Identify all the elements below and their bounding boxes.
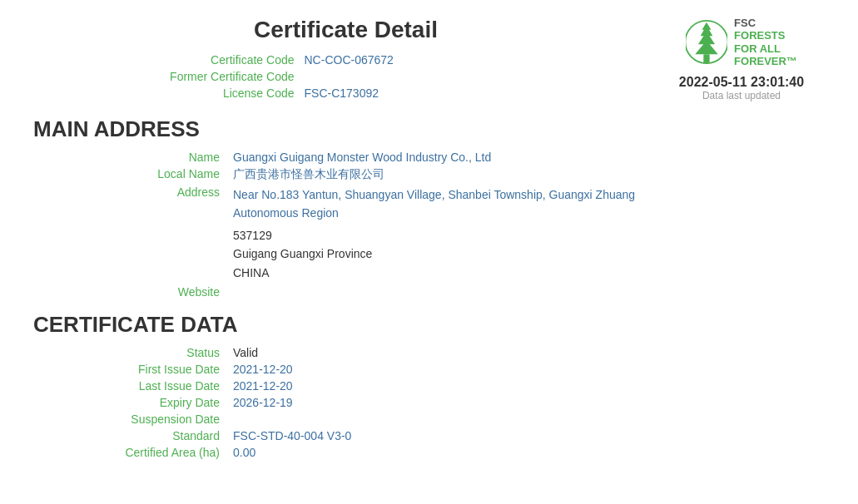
expiry-date-value: 2026-12-19 bbox=[233, 396, 825, 409]
address-label: Address bbox=[33, 185, 233, 199]
suspension-date-label: Suspension Date bbox=[33, 413, 233, 426]
data-last-updated-label: Data last updated bbox=[679, 90, 804, 101]
name-row: Name Guangxi Guigang Monster Wood Indust… bbox=[33, 151, 825, 164]
main-address-table: Name Guangxi Guigang Monster Wood Indust… bbox=[33, 151, 825, 299]
name-value: Guangxi Guigang Monster Wood Industry Co… bbox=[233, 151, 825, 164]
address-value: Near No.183 Yantun, Shuangyan Village, S… bbox=[233, 185, 825, 223]
certificate-code-label: Certificate Code bbox=[138, 53, 305, 67]
former-certificate-code-label: Former Certificate Code bbox=[138, 70, 305, 83]
first-issue-date-row: First Issue Date 2021-12-20 bbox=[33, 363, 825, 376]
expiry-date-label: Expiry Date bbox=[33, 396, 233, 409]
main-address-title: MAIN ADDRESS bbox=[33, 116, 825, 142]
last-issue-date-label: Last Issue Date bbox=[33, 379, 233, 393]
status-label: Status bbox=[33, 346, 233, 359]
website-label: Website bbox=[33, 285, 233, 299]
svg-rect-0 bbox=[703, 55, 709, 64]
page-title: Certificate Detail bbox=[33, 17, 658, 43]
address-row: Address Near No.183 Yantun, Shuangyan Vi… bbox=[33, 185, 825, 223]
timestamp: 2022-05-11 23:01:40 bbox=[679, 75, 804, 90]
license-code-label: License Code bbox=[138, 86, 305, 100]
certified-area-value: 0.00 bbox=[233, 446, 825, 459]
status-value: Valid bbox=[233, 346, 825, 359]
local-name-row: Local Name 广西贵港市怪兽木业有限公司 bbox=[33, 167, 825, 182]
first-issue-date-label: First Issue Date bbox=[33, 363, 233, 376]
svg-marker-4 bbox=[702, 22, 712, 30]
address-postal-row: 537129 Guigang Guangxi Province CHINA bbox=[33, 226, 825, 282]
fsc-tagline: FORESTS FOR ALL FOREVER™ bbox=[734, 29, 797, 68]
status-row: Status Valid bbox=[33, 346, 825, 359]
local-name-label: Local Name bbox=[33, 167, 233, 180]
certificate-data-table: Status Valid First Issue Date 2021-12-20… bbox=[33, 346, 825, 459]
fsc-label: FSC bbox=[734, 17, 797, 29]
standard-label: Standard bbox=[33, 429, 233, 442]
certified-area-row: Certified Area (ha) 0.00 bbox=[33, 446, 825, 459]
fsc-logo-area: FSC FORESTS FOR ALL FOREVER™ 2022-05-11 … bbox=[658, 17, 825, 101]
last-issue-date-value: 2021-12-20 bbox=[233, 379, 825, 393]
address-postal-value: 537129 Guigang Guangxi Province CHINA bbox=[233, 226, 825, 282]
license-code-value: FSC-C173092 bbox=[305, 86, 379, 100]
first-issue-date-value: 2021-12-20 bbox=[233, 363, 825, 376]
website-row: Website bbox=[33, 285, 825, 299]
standard-value: FSC-STD-40-004 V3-0 bbox=[233, 429, 825, 442]
expiry-date-row: Expiry Date 2026-12-19 bbox=[33, 396, 825, 409]
local-name-value: 广西贵港市怪兽木业有限公司 bbox=[233, 167, 825, 182]
last-issue-date-row: Last Issue Date 2021-12-20 bbox=[33, 379, 825, 393]
certificate-code-value: NC-COC-067672 bbox=[305, 53, 394, 67]
suspension-date-row: Suspension Date bbox=[33, 413, 825, 426]
certified-area-label: Certified Area (ha) bbox=[33, 446, 233, 459]
standard-row: Standard FSC-STD-40-004 V3-0 bbox=[33, 429, 825, 442]
fsc-tree-icon bbox=[686, 19, 727, 65]
name-label: Name bbox=[33, 151, 233, 164]
certificate-data-title: CERTIFICATE DATA bbox=[33, 312, 825, 338]
